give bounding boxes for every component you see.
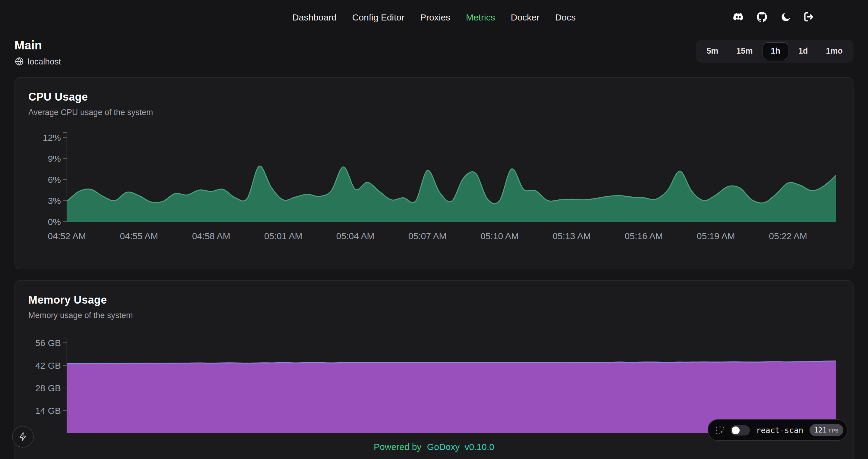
nav-item-docker[interactable]: Docker <box>511 12 539 22</box>
svg-text:05:16 AM: 05:16 AM <box>625 231 663 241</box>
fps-badge: 121 FPS <box>809 424 843 436</box>
svg-text:04:52 AM: 04:52 AM <box>48 231 86 241</box>
svg-text:9%: 9% <box>48 154 61 164</box>
time-range-1mo[interactable]: 1mo <box>817 42 851 60</box>
svg-text:42 GB: 42 GB <box>35 361 61 370</box>
nav-item-proxies[interactable]: Proxies <box>420 12 450 22</box>
nav-item-config-editor[interactable]: Config Editor <box>352 12 404 22</box>
cpu-card-title: CPU Usage <box>28 91 840 104</box>
version-label: v0.10.0 <box>465 441 494 452</box>
logout-glyph <box>803 11 815 23</box>
svg-text:05:10 AM: 05:10 AM <box>480 231 519 241</box>
react-scan-widget: react-scan 121 FPS <box>708 419 847 441</box>
toggle-knob <box>732 426 740 434</box>
godoxy-link[interactable]: GoDoxy <box>427 441 460 452</box>
moon-glyph <box>780 11 791 23</box>
cpu-usage-card: CPU Usage Average CPU usage of the syste… <box>14 77 854 269</box>
zap-icon <box>18 432 28 441</box>
footer: Powered by GoDoxy v0.10.0 <box>0 441 868 452</box>
host-row: localhost <box>14 57 61 66</box>
svg-text:04:58 AM: 04:58 AM <box>192 231 230 241</box>
svg-text:05:04 AM: 05:04 AM <box>336 231 375 241</box>
page-header: Main localhost 5m 15m 1h 1d 1mo <box>0 34 868 66</box>
discord-icon[interactable] <box>733 11 744 23</box>
svg-text:0%: 0% <box>48 217 61 227</box>
svg-text:56 GB: 56 GB <box>35 338 61 348</box>
top-nav: Dashboard Config Editor Proxies Metrics … <box>0 0 868 34</box>
powered-by-label: Powered by <box>374 441 421 452</box>
memory-card-subtitle: Memory usage of the system <box>28 311 840 320</box>
globe-icon <box>14 57 24 66</box>
page-title: Main <box>14 38 61 53</box>
inspect-icon[interactable] <box>716 426 725 435</box>
nav-item-metrics[interactable]: Metrics <box>466 12 495 22</box>
svg-text:14 GB: 14 GB <box>35 406 61 416</box>
svg-text:04:55 AM: 04:55 AM <box>120 231 158 241</box>
nav-item-docs[interactable]: Docs <box>555 12 576 22</box>
svg-text:05:13 AM: 05:13 AM <box>553 231 591 241</box>
time-range-1d[interactable]: 1d <box>790 42 816 60</box>
github-icon[interactable] <box>756 11 768 23</box>
react-scan-toggle[interactable] <box>731 425 750 435</box>
fps-unit: FPS <box>829 428 838 434</box>
theme-toggle-moon-icon[interactable] <box>779 11 792 23</box>
time-range-5m[interactable]: 5m <box>698 42 727 60</box>
discord-glyph <box>733 10 744 23</box>
nav-icon-group <box>733 11 815 23</box>
svg-text:05:01 AM: 05:01 AM <box>264 231 302 241</box>
svg-text:28 GB: 28 GB <box>35 383 61 393</box>
time-range-1h[interactable]: 1h <box>762 42 789 60</box>
cpu-usage-chart: 0%3%6%9%12%04:52 AM04:55 AM04:58 AM05:01… <box>28 131 838 255</box>
app-root: Dashboard Config Editor Proxies Metrics … <box>0 0 868 459</box>
svg-text:12%: 12% <box>43 133 61 142</box>
svg-text:3%: 3% <box>48 196 61 206</box>
time-range-selector: 5m 15m 1h 1d 1mo <box>695 40 854 62</box>
svg-text:05:22 AM: 05:22 AM <box>769 231 807 241</box>
time-range-15m[interactable]: 15m <box>728 42 761 60</box>
react-scan-label: react-scan <box>756 426 804 435</box>
nav-menu: Dashboard Config Editor Proxies Metrics … <box>292 12 576 22</box>
nav-item-dashboard[interactable]: Dashboard <box>292 12 337 22</box>
svg-text:05:19 AM: 05:19 AM <box>697 231 735 241</box>
cpu-card-subtitle: Average CPU usage of the system <box>28 108 840 117</box>
inspect-glyph <box>716 426 725 435</box>
hostname-label: localhost <box>28 57 61 66</box>
logout-icon[interactable] <box>803 11 815 23</box>
page-header-left: Main localhost <box>14 38 61 66</box>
fps-value: 121 <box>814 426 827 434</box>
github-glyph <box>756 11 768 23</box>
svg-text:6%: 6% <box>48 175 61 185</box>
svg-text:05:07 AM: 05:07 AM <box>408 231 447 241</box>
memory-card-title: Memory Usage <box>28 294 840 306</box>
